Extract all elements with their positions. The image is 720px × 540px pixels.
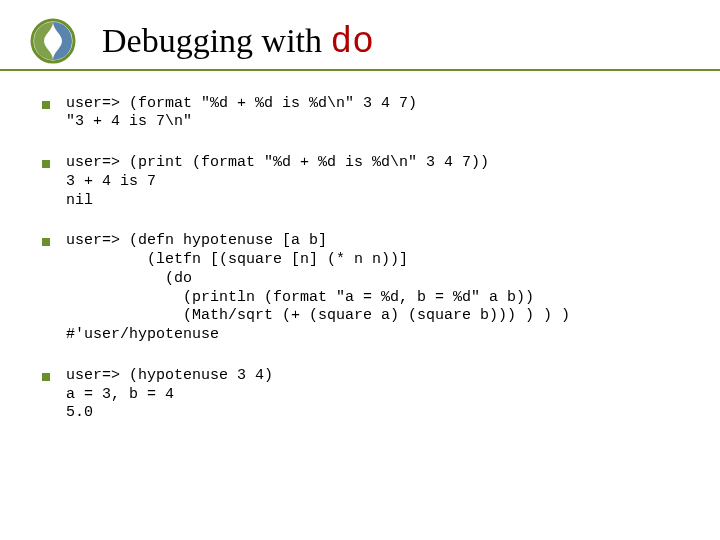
slide-title: Debugging with do	[102, 12, 720, 63]
code-block: user=> (format "%d + %d is %d\n" 3 4 7) …	[66, 95, 417, 133]
list-item: user=> (hypotenuse 3 4) a = 3, b = 4 5.0	[42, 367, 690, 423]
list-item: user=> (format "%d + %d is %d\n" 3 4 7) …	[42, 95, 690, 133]
bullet-icon	[42, 373, 50, 381]
slide-header: Debugging with do	[0, 0, 720, 71]
bullet-icon	[42, 101, 50, 109]
title-rule	[0, 69, 720, 71]
code-block: user=> (print (format "%d + %d is %d\n" …	[66, 154, 489, 210]
bullet-icon	[42, 160, 50, 168]
list-item: user=> (defn hypotenuse [a b] (letfn [(s…	[42, 232, 690, 345]
code-block: user=> (hypotenuse 3 4) a = 3, b = 4 5.0	[66, 367, 273, 423]
bullet-icon	[42, 238, 50, 246]
clojure-logo-icon	[30, 18, 76, 64]
code-block: user=> (defn hypotenuse [a b] (letfn [(s…	[66, 232, 570, 345]
title-prefix: Debugging with	[102, 22, 331, 59]
slide-content: user=> (format "%d + %d is %d\n" 3 4 7) …	[0, 71, 720, 424]
slide: Debugging with do user=> (format "%d + %…	[0, 0, 720, 540]
list-item: user=> (print (format "%d + %d is %d\n" …	[42, 154, 690, 210]
title-keyword: do	[331, 22, 374, 63]
